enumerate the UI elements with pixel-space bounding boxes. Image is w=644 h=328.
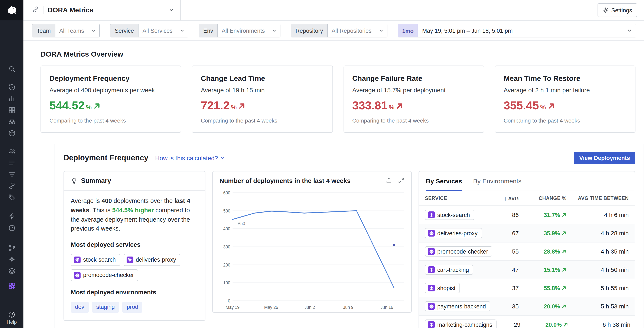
card-title: Deployment Frequency bbox=[50, 74, 172, 83]
trend-up-icon bbox=[93, 102, 100, 110]
filter-bar: Team All Teams Service All Services Env … bbox=[24, 21, 644, 41]
change-lead-time-card[interactable]: Change Lead Time Average of 19 h 15 min … bbox=[192, 65, 333, 133]
service-pill[interactable]: stock-search bbox=[425, 210, 474, 220]
deployment-frequency-card[interactable]: Deployment Frequency Average of 400 depl… bbox=[40, 65, 181, 133]
tab-by-services[interactable]: By Services bbox=[426, 171, 462, 191]
table-row[interactable]: deliveries-proxy 67 35.9% 4 h 28 min bbox=[419, 224, 634, 242]
col-change[interactable]: CHANGE % bbox=[519, 196, 566, 201]
repository-filter-label: Repository bbox=[291, 24, 328, 37]
repository-filter[interactable]: Repository All Repositories bbox=[291, 24, 388, 37]
change-value: 15.1% bbox=[544, 267, 560, 273]
people-icon[interactable] bbox=[0, 146, 24, 157]
metrics-icon[interactable] bbox=[0, 93, 24, 104]
environment-pill[interactable]: staging bbox=[92, 302, 119, 313]
table-row[interactable]: promocode-checker 55 28.8% 4 h 35 min bbox=[419, 242, 634, 261]
chevron-down-icon bbox=[379, 29, 383, 32]
service-pill[interactable]: deliveries-proxy bbox=[425, 228, 482, 238]
settings-button[interactable]: Settings bbox=[598, 3, 637, 17]
card-footnote: Comparing to the past 4 weeks bbox=[50, 117, 172, 124]
service-pill[interactable]: deliveries-proxy bbox=[124, 254, 180, 266]
avg-value: 55 bbox=[495, 248, 519, 255]
card-footnote: Comparing to the past 4 weeks bbox=[504, 117, 627, 124]
table-row[interactable]: marketing-campaigns 29 20.0% 6 h 38 min bbox=[419, 316, 634, 328]
trend-up-icon bbox=[561, 267, 566, 272]
service-pill[interactable]: marketing-campaigns bbox=[425, 320, 496, 328]
traces-icon[interactable] bbox=[0, 168, 24, 180]
dashboards-icon[interactable] bbox=[0, 104, 24, 116]
team-filter[interactable]: Team All Teams bbox=[32, 24, 100, 37]
mean-time-to-restore-card[interactable]: Mean Time To Restore Average of 2 h 1 mi… bbox=[495, 65, 636, 133]
service-pill[interactable]: cart-tracking bbox=[425, 265, 473, 275]
service-filter-label: Service bbox=[110, 24, 139, 37]
col-service[interactable]: SERVICE bbox=[425, 196, 495, 201]
software-delivery-icon[interactable] bbox=[0, 280, 24, 291]
search-icon[interactable] bbox=[0, 63, 24, 74]
change-failure-rate-card[interactable]: Change Failure Rate Average of 15.7% per… bbox=[343, 65, 484, 133]
service-catalog-icon[interactable] bbox=[0, 191, 24, 203]
avg-time-value: 6 h 38 min bbox=[568, 321, 630, 328]
summary-heading: Summary bbox=[81, 177, 111, 185]
time-range-picker[interactable]: 1mo May 19, 5:01 pm – Jun 18, 5:01 pm bbox=[398, 24, 636, 37]
ci-icon[interactable] bbox=[0, 242, 24, 254]
apm-icon[interactable] bbox=[0, 180, 24, 191]
chevron-down-icon bbox=[92, 29, 96, 32]
env-filter[interactable]: Env All Environments bbox=[198, 24, 281, 37]
service-pill[interactable]: payments-backend bbox=[425, 301, 490, 312]
containers-icon[interactable] bbox=[0, 265, 24, 277]
svg-text:600: 600 bbox=[223, 190, 230, 195]
trend-up-icon bbox=[547, 102, 555, 110]
chevron-down-icon bbox=[628, 28, 632, 33]
time-range-badge: 1mo bbox=[398, 24, 418, 37]
service-pill[interactable]: promocode-checker bbox=[425, 246, 492, 257]
history-icon[interactable] bbox=[0, 81, 24, 93]
deployments-chart[interactable]: 0100200300400500600May 19May 26Jun 2Jun … bbox=[220, 187, 404, 312]
tab-by-environments[interactable]: By Environments bbox=[473, 171, 522, 191]
col-avg[interactable]: ↓AVG bbox=[495, 195, 519, 201]
integrations-icon[interactable] bbox=[0, 127, 24, 139]
serverless-icon[interactable] bbox=[0, 211, 24, 222]
service-pill[interactable]: shopist bbox=[425, 283, 460, 293]
change-value: 28.8% bbox=[544, 248, 560, 255]
table-row[interactable]: payments-backend 35 20.0% 5 h 53 min bbox=[419, 297, 634, 316]
watchdog-icon[interactable] bbox=[0, 116, 24, 127]
sidebar: Help bbox=[0, 0, 24, 328]
service-pill[interactable]: stock-search bbox=[71, 254, 120, 266]
service-icon bbox=[126, 257, 133, 263]
ai-icon[interactable] bbox=[0, 254, 24, 265]
table-row[interactable]: stock-search 86 31.7% 4 h 6 min bbox=[419, 206, 634, 224]
svg-text:Jun 16: Jun 16 bbox=[380, 305, 393, 310]
content-area: DORA Metrics Overview Deployment Frequen… bbox=[24, 41, 644, 328]
expand-icon[interactable] bbox=[398, 177, 404, 184]
svg-text:Jun 9: Jun 9 bbox=[343, 305, 354, 310]
logs-icon[interactable] bbox=[0, 157, 24, 168]
chevron-down-icon bbox=[220, 156, 224, 160]
svg-text:100: 100 bbox=[223, 280, 230, 285]
service-icon bbox=[428, 303, 435, 310]
environment-pill[interactable]: prod bbox=[122, 302, 142, 313]
svg-text:0: 0 bbox=[228, 298, 230, 303]
svg-text:400: 400 bbox=[223, 226, 230, 231]
monitors-icon[interactable] bbox=[0, 222, 24, 234]
environment-pill[interactable]: dev bbox=[71, 302, 89, 313]
card-subtitle: Average of 15.7% per deployment bbox=[352, 87, 475, 94]
service-filter[interactable]: Service All Services bbox=[110, 24, 188, 37]
repository-filter-value: All Repositories bbox=[332, 27, 372, 34]
table-row[interactable]: cart-tracking 47 15.1% 4 h 50 min bbox=[419, 261, 634, 279]
table-row[interactable]: shopist 37 55.8% 5 h 55 min bbox=[419, 279, 634, 297]
how-calculated-link[interactable]: How is this calculated? bbox=[155, 155, 224, 162]
breakdown-table-card: By Services By Environments SERVICE ↓AVG… bbox=[418, 171, 635, 328]
service-pill[interactable]: promocode-checker bbox=[71, 269, 138, 281]
col-avg-time-between[interactable]: AVG TIME BETWEEN bbox=[566, 196, 629, 201]
dashboard-title-dropdown[interactable]: DORA Metrics bbox=[24, 0, 181, 20]
top-header: DORA Metrics Settings bbox=[24, 0, 644, 21]
view-deployments-button[interactable]: View Deployments bbox=[574, 152, 635, 164]
dora-metrics-page: Help DORA Metrics Settings Team All Team… bbox=[0, 0, 644, 328]
help-button[interactable]: Help bbox=[6, 311, 16, 325]
export-icon[interactable] bbox=[386, 177, 392, 184]
gear-icon bbox=[603, 7, 608, 13]
datadog-logo[interactable] bbox=[0, 0, 24, 20]
team-filter-label: Team bbox=[32, 24, 56, 37]
env-filter-value: All Environments bbox=[222, 27, 265, 34]
overview-heading: DORA Metrics Overview bbox=[40, 50, 644, 59]
summary-card: Summary Average is 400 deployments over … bbox=[64, 171, 206, 321]
